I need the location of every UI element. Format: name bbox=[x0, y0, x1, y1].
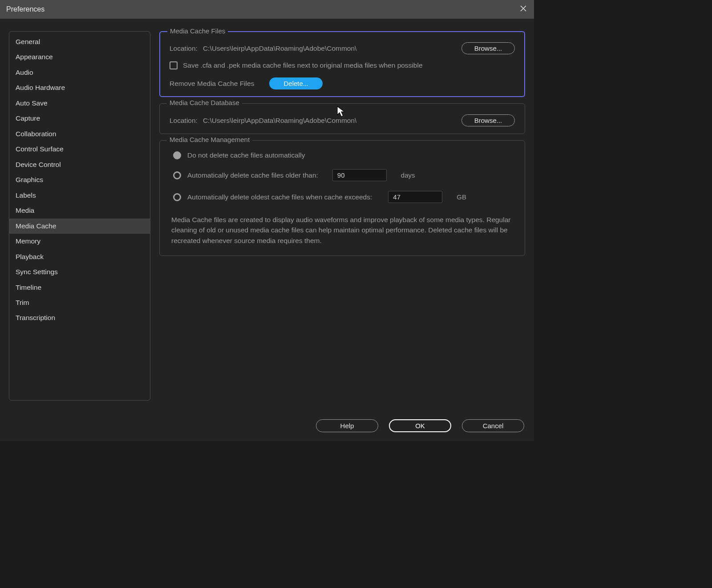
sidebar-item-transcription[interactable]: Transcription bbox=[9, 310, 150, 325]
remove-cache-label: Remove Media Cache Files bbox=[170, 80, 254, 88]
media-cache-database-group: Media Cache Database Location: C:\Users\… bbox=[159, 103, 525, 134]
radio-delete-exceeds[interactable] bbox=[173, 193, 181, 201]
close-icon[interactable] bbox=[519, 5, 528, 14]
dialog-footer: Help OK Cancel bbox=[316, 419, 524, 432]
sidebar-item-playback[interactable]: Playback bbox=[9, 249, 150, 264]
sidebar-item-collaboration[interactable]: Collaboration bbox=[9, 126, 150, 142]
radio-label: Automatically delete cache files older t… bbox=[187, 171, 318, 179]
radio-delete-older-than[interactable] bbox=[173, 171, 181, 179]
category-sidebar: General Appearance Audio Audio Hardware … bbox=[9, 31, 150, 401]
titlebar: Preferences bbox=[0, 0, 534, 19]
sidebar-item-audio[interactable]: Audio bbox=[9, 65, 150, 80]
sidebar-item-device-control[interactable]: Device Control bbox=[9, 157, 150, 172]
save-next-to-label: Save .cfa and .pek media cache files nex… bbox=[183, 61, 423, 69]
location-label: Location: bbox=[170, 117, 198, 125]
ok-button[interactable]: OK bbox=[389, 419, 451, 432]
location-path: C:\Users\leirp\AppData\Roaming\Adobe\Com… bbox=[203, 117, 356, 125]
sidebar-item-graphics[interactable]: Graphics bbox=[9, 172, 150, 187]
sidebar-item-general[interactable]: General bbox=[9, 34, 150, 49]
gb-input[interactable] bbox=[388, 191, 442, 203]
cancel-button[interactable]: Cancel bbox=[462, 419, 524, 432]
sidebar-item-memory[interactable]: Memory bbox=[9, 234, 150, 249]
radio-do-not-delete[interactable] bbox=[173, 151, 181, 159]
main-panel: Media Cache Files Location: C:\Users\lei… bbox=[159, 31, 525, 401]
days-input[interactable] bbox=[332, 169, 387, 181]
sidebar-item-audio-hardware[interactable]: Audio Hardware bbox=[9, 80, 150, 95]
sidebar-item-trim[interactable]: Trim bbox=[9, 295, 150, 310]
group-legend: Media Cache Management bbox=[167, 136, 252, 143]
delete-cache-button[interactable]: Delete... bbox=[269, 77, 323, 89]
radio-label: Automatically delete oldest cache files … bbox=[187, 193, 372, 201]
location-label: Location: bbox=[170, 45, 198, 53]
help-button[interactable]: Help bbox=[316, 419, 378, 432]
sidebar-item-media[interactable]: Media bbox=[9, 203, 150, 218]
media-cache-files-group: Media Cache Files Location: C:\Users\lei… bbox=[159, 31, 525, 97]
management-description: Media Cache files are created to display… bbox=[170, 213, 515, 248]
sidebar-item-control-surface[interactable]: Control Surface bbox=[9, 142, 150, 157]
radio-label: Do not delete cache files automatically bbox=[187, 151, 305, 159]
days-unit: days bbox=[401, 171, 415, 179]
group-legend: Media Cache Database bbox=[167, 99, 242, 106]
dialog-title: Preferences bbox=[6, 5, 44, 13]
sidebar-item-auto-save[interactable]: Auto Save bbox=[9, 96, 150, 111]
save-next-to-checkbox[interactable] bbox=[170, 61, 178, 69]
sidebar-item-capture[interactable]: Capture bbox=[9, 111, 150, 126]
sidebar-item-appearance[interactable]: Appearance bbox=[9, 49, 150, 65]
group-legend: Media Cache Files bbox=[167, 27, 228, 35]
media-cache-management-group: Media Cache Management Do not delete cac… bbox=[159, 140, 525, 256]
sidebar-item-labels[interactable]: Labels bbox=[9, 188, 150, 203]
browse-cache-db-button[interactable]: Browse... bbox=[461, 114, 515, 126]
location-path: C:\Users\leirp\AppData\Roaming\Adobe\Com… bbox=[203, 45, 356, 53]
gb-unit: GB bbox=[457, 193, 466, 201]
sidebar-item-media-cache[interactable]: Media Cache bbox=[9, 219, 150, 234]
browse-cache-files-button[interactable]: Browse... bbox=[461, 42, 515, 54]
sidebar-item-timeline[interactable]: Timeline bbox=[9, 280, 150, 295]
dialog-body: General Appearance Audio Audio Hardware … bbox=[0, 19, 534, 441]
sidebar-item-sync-settings[interactable]: Sync Settings bbox=[9, 264, 150, 280]
